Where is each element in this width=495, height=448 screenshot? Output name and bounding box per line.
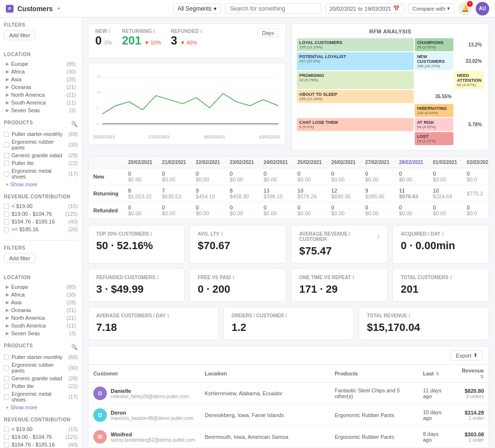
date-data-table: 20/02/2021 21/02/2021 22/02/2021 23/02/2…: [88, 156, 489, 219]
add-filter-button[interactable]: Add filter: [4, 30, 35, 40]
info-icon: ℹ: [352, 275, 354, 280]
revenue-item-2[interactable]: $19.00 - $104.76 (125): [4, 433, 78, 441]
revenue-checkbox[interactable]: [4, 227, 9, 232]
product-checkbox[interactable]: [4, 132, 9, 137]
product-checkbox[interactable]: [4, 142, 9, 148]
show-more-button-2[interactable]: + Show more: [4, 403, 78, 411]
customer-name: Deron: [111, 410, 193, 416]
returning-stat: RETURNINGℹ 201 ▼ 10%: [122, 29, 161, 47]
calendar-icon: 📅: [393, 5, 400, 12]
metric-total: TOTAL CUSTOMERSℹ 201: [393, 269, 489, 302]
sidebar-item-oceania[interactable]: ▶Oceania (21): [4, 83, 78, 91]
product-checkbox[interactable]: [4, 171, 9, 177]
location-cell: Kshlernnview, Alabama, Ecuador: [200, 383, 330, 404]
product-item[interactable]: Putler lite (22): [4, 159, 78, 167]
metric-total-revenue-value: $15,170.04: [367, 321, 481, 334]
row-label-refunded: Refunded: [88, 202, 123, 219]
rfm-title: RFM ANALYSIS: [297, 29, 484, 34]
logo-icon: P: [6, 5, 14, 13]
product-checkbox-2[interactable]: [4, 384, 9, 389]
segment-select[interactable]: All Segments ▾: [173, 3, 221, 14]
sidebar-item-north-america[interactable]: ▶North America (21): [4, 91, 78, 99]
revenue-checkbox[interactable]: [4, 211, 9, 217]
sidebar-item-europe-2[interactable]: ▶Europe (85): [4, 283, 78, 291]
revenue-item[interactable]: < $19.00 (15): [4, 202, 78, 210]
sidebar-item-africa-2[interactable]: ▶Africa (30): [4, 291, 78, 299]
revenue-label: REVENUE CONTRIBUTION: [4, 194, 78, 199]
sidebar-item-north-america-2[interactable]: ▶North America (21): [4, 314, 78, 322]
last-cell: 10 days ago: [418, 404, 453, 426]
scroll-table[interactable]: 20/02/2021 21/02/2021 22/02/2021 23/02/2…: [88, 157, 489, 219]
show-more-button[interactable]: + Show more: [4, 180, 78, 188]
date-range-picker[interactable]: 20/02/2021 to 19/03/2021 📅: [325, 3, 404, 14]
revenue-item[interactable]: $104.76 - $185.16 (40): [4, 218, 78, 225]
col-date-9: 28/02/2021: [394, 157, 428, 168]
product-checkbox-2[interactable]: [4, 394, 9, 400]
product-item[interactable]: Putler starter-monthly (68): [4, 130, 78, 138]
product-item[interactable]: Ergonomic rubber pants (30): [4, 138, 78, 151]
table-row: W Winifred sonny.breitenberg52@demo.putl…: [88, 426, 489, 448]
product-checkbox-2[interactable]: [4, 376, 9, 381]
products-cell: Ergonomic Rubber Pants: [330, 404, 418, 426]
sidebar-item-south-america[interactable]: ▶South America (11): [4, 99, 78, 106]
rfm-hibernating: HIBERNATING 128 (5.62%): [415, 104, 454, 117]
revenue-item-2[interactable]: < $19.00 (15): [4, 425, 78, 433]
revenue-checkbox[interactable]: [4, 219, 9, 224]
customer-cell: D Danielle celestial_fahey28@demo.putler…: [88, 383, 200, 404]
search-icon[interactable]: 🔍: [71, 121, 78, 127]
days-selector[interactable]: Days: [258, 29, 278, 37]
new-stat: NEWℹ 0 0%: [95, 29, 112, 47]
sidebar-item-africa[interactable]: ▶Africa (30): [4, 68, 78, 75]
revenue-item-2[interactable]: $104.76 - $185.16 (40): [4, 441, 78, 448]
metric-free-paid-value: 0 · 200: [198, 283, 278, 296]
product-item[interactable]: Generic granite salad (28): [4, 151, 78, 159]
search-icon-2[interactable]: 🔍: [71, 344, 78, 350]
returning-value: 201: [122, 34, 141, 47]
refunded-value: 3: [171, 34, 177, 47]
revenue-item[interactable]: >= $185.16 (20): [4, 225, 78, 233]
col-last: Last ⇅: [418, 365, 453, 383]
metric-total-value: 201: [401, 283, 481, 296]
metric-onetime-repeat: ONE TIME VS REPEATℹ 171 · 29: [291, 269, 388, 302]
metric-onetime-value: 171 · 29: [299, 283, 379, 296]
col-date-4: 23/02/2021: [225, 157, 259, 168]
product-item-2[interactable]: Putler starter-monthly (68): [4, 353, 78, 361]
product-checkbox-2[interactable]: [4, 355, 9, 360]
sidebar-item-seven-seas[interactable]: ▶Seven Seas (3): [4, 106, 78, 114]
product-item[interactable]: Ergonomic metal shoes (17): [4, 167, 78, 180]
product-item-2[interactable]: Ergonomic metal shoes (17): [4, 390, 78, 403]
rfm-champions: CHAMPIONS 29 (2.05%): [415, 38, 454, 51]
location-section-2: LOCATION ▶Europe (85) ▶Africa (30) ▶Asia…: [4, 275, 78, 337]
export-button[interactable]: Export ⬆: [451, 350, 483, 360]
location-label-2: LOCATION: [4, 275, 78, 280]
search-input[interactable]: [225, 3, 321, 14]
sidebar-item-asia-2[interactable]: ▶Asia (28): [4, 299, 78, 306]
sidebar-item-seven-seas-2[interactable]: ▶Seven Seas (3): [4, 329, 78, 337]
sidebar-item-asia[interactable]: ▶Asia (28): [4, 75, 78, 83]
line-chart-card: 15 10 5 0: [88, 63, 286, 145]
avatar[interactable]: AU: [476, 2, 489, 15]
add-filter-button-2[interactable]: Add filter: [4, 254, 35, 263]
sidebar-item-europe[interactable]: ▶Europe (85): [4, 60, 78, 68]
revenue-checkbox-2[interactable]: [4, 427, 9, 432]
compare-button[interactable]: Compare with ▾: [408, 3, 454, 14]
revenue-item[interactable]: $19.00 - $104.76 (125): [4, 210, 78, 218]
product-checkbox-2[interactable]: [4, 365, 9, 371]
location-section: LOCATION ▶Europe (85) ▶Africa (30) ▶Asia…: [4, 52, 78, 114]
rfm-need-attention: NEED ATTENTION 60 (4.47%): [454, 71, 484, 89]
revenue-checkbox-2[interactable]: [4, 442, 9, 448]
metric-free-paid: FREE VS PAIDℹ 0 · 200: [189, 269, 286, 302]
product-checkbox[interactable]: [4, 161, 9, 166]
product-item-2[interactable]: Generic granite salad (28): [4, 374, 78, 382]
sidebar-item-oceania-2[interactable]: ▶Oceania (21): [4, 306, 78, 314]
product-item-2[interactable]: Ergonomic rubber pants (30): [4, 361, 78, 374]
product-item-2[interactable]: Putler lite (22): [4, 382, 78, 390]
metric-top20-value: 50 · 52.16%: [96, 239, 176, 252]
revenue-checkbox-2[interactable]: [4, 434, 9, 440]
sidebar-item-south-america-2[interactable]: ▶South America (11): [4, 322, 78, 329]
avatar: D: [93, 408, 107, 422]
product-checkbox[interactable]: [4, 153, 9, 158]
rfm-loyal: LOYAL CUSTOMERS 155 (11.15%): [297, 38, 414, 51]
notification-button[interactable]: 🔔 5: [458, 2, 472, 15]
revenue-checkbox[interactable]: [4, 204, 9, 209]
